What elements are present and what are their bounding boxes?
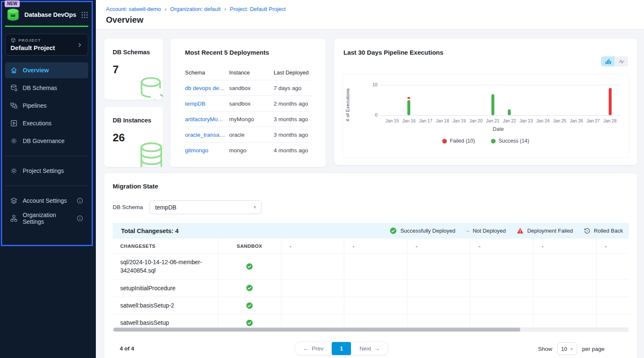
database-stack-icon: [135, 142, 163, 167]
db-schema-select[interactable]: tempDB ▾: [150, 200, 261, 214]
info-icon[interactable]: [77, 215, 83, 222]
brand-underline: [5, 26, 88, 27]
changeset-row[interactable]: setupInitialProcedure: [113, 280, 629, 297]
page-size-value: 10: [561, 346, 567, 352]
project-label: PROJECT: [18, 38, 41, 42]
next-page-button[interactable]: Next →: [351, 342, 388, 355]
sidebar-item-account-settings[interactable]: Account Settings: [5, 193, 88, 209]
instance-cell: sandbox: [229, 101, 274, 107]
deployment-row: oracle_transact...oracle3 months ago: [185, 127, 311, 143]
sidebar-item-pipelines[interactable]: Pipelines: [5, 98, 88, 114]
empty-status-cell: [407, 280, 470, 297]
migration-state-title: Migration State: [113, 183, 158, 190]
horizontal-scrollbar[interactable]: [113, 327, 629, 332]
breadcrumb: Account: satwell-demo›Organization: defa…: [106, 6, 286, 12]
prev-page-button[interactable]: ← Prev: [295, 342, 332, 355]
empty-status-cell: [281, 280, 344, 297]
empty-status-cell: [470, 254, 533, 279]
chart-legend-item[interactable]: Failed (10): [442, 138, 475, 144]
schema-link[interactable]: oracle_transact...: [185, 132, 229, 138]
info-icon[interactable]: [77, 197, 83, 204]
empty-status-cell: [470, 280, 533, 297]
status-legend: Successfully Deployed–Not DeployedDeploy…: [390, 227, 623, 234]
home-icon: [10, 66, 18, 74]
last-deployed-cell: 3 months ago: [274, 132, 311, 138]
db-instances-title: DB Instances: [113, 117, 151, 124]
deployment-row: artifactoryMongomyMongo3 months ago: [185, 111, 311, 127]
deployments-column-header: Instance: [229, 69, 274, 76]
deployments-column-header: Last Deployed: [274, 69, 311, 76]
status-legend-item-rolled-back: Rolled Back: [584, 228, 623, 234]
sidebar-item-organization-settings[interactable]: Organization Settings: [5, 210, 88, 226]
changeset-row[interactable]: sql/2024-10-14-12-06-member-34240854.sql: [113, 254, 629, 280]
changesets-summary-band: Total Changesets: 4 Successfully Deploye…: [113, 223, 629, 239]
deployment-row: tempDBsandbox2 months ago: [185, 96, 311, 111]
sidebar-item-db-schemas[interactable]: DB Schemas: [5, 80, 88, 96]
sandbox-status-cell: [218, 280, 281, 297]
chart-legend-item[interactable]: Success (14): [491, 138, 529, 144]
sidebar-item-label: Organization Settings: [23, 212, 71, 225]
success-status-icon: [246, 263, 253, 270]
success-bar[interactable]: [407, 100, 410, 115]
page-size-control: Show 10 ▾ per page: [538, 342, 604, 355]
breadcrumb-separator: ›: [165, 6, 166, 12]
bar-chart-toggle-icon[interactable]: [601, 56, 615, 66]
sidebar-item-db-governance[interactable]: DB Governance: [5, 133, 88, 149]
scrollbar-thumb[interactable]: [113, 328, 520, 331]
sidebar-item-executions[interactable]: Executions: [5, 115, 88, 131]
failed-bar[interactable]: [407, 97, 410, 99]
main-header: Account: satwell-demo›Organization: defa…: [96, 0, 644, 29]
app-grid-icon[interactable]: [81, 11, 88, 19]
schema-link[interactable]: gitmongo: [185, 147, 229, 154]
empty-status-cell: [281, 254, 344, 279]
brand-row: ∞ Database DevOps: [6, 7, 88, 23]
gear-icon: [10, 167, 18, 175]
sidebar-item-overview[interactable]: Overview: [5, 62, 88, 78]
db-schema-filter: DB Schema tempDB ▾: [113, 200, 261, 214]
changesets-column-header: -: [533, 239, 596, 253]
changeset-name-cell: satwell:basisSetup-2: [113, 297, 218, 314]
total-changesets-label: Total Changesets: 4: [121, 228, 179, 234]
changeset-name-cell: setupInitialProcedure: [113, 280, 218, 297]
success-status-icon: [390, 227, 397, 234]
db-schemas-title: DB Schemas: [113, 49, 150, 56]
sidebar-item-project-settings[interactable]: Project Settings: [5, 163, 88, 179]
sandbox-status-cell: [218, 254, 281, 279]
db-icon: [10, 84, 18, 92]
breadcrumb-link[interactable]: Account: satwell-demo: [106, 6, 161, 12]
success-bar[interactable]: [491, 94, 494, 115]
empty-status-cell: [470, 297, 533, 314]
success-status-icon: [246, 319, 253, 326]
schema-link[interactable]: artifactoryMongo: [185, 116, 229, 122]
empty-status-cell: [344, 254, 407, 279]
chart-plot: # of Executions Date Failed (10)Success …: [343, 74, 629, 158]
breadcrumb-link[interactable]: Organization: default: [170, 6, 221, 12]
sidebar-divider: [5, 156, 88, 156]
empty-status-cell: [533, 280, 596, 297]
success-bar[interactable]: [508, 109, 511, 115]
changesets-column-header: -: [344, 239, 407, 253]
deployments-table: SchemaInstanceLast Deployeddb devops dem…: [185, 65, 311, 158]
changeset-name-cell: sql/2024-10-14-12-06-member-34240854.sql: [113, 254, 218, 279]
chart-legend: Failed (10)Success (14): [343, 138, 628, 144]
breadcrumb-link[interactable]: Project: Default Project: [230, 6, 286, 12]
changeset-row[interactable]: satwell:basisSetup-2: [113, 297, 629, 314]
schema-link[interactable]: tempDB: [185, 101, 229, 107]
failed-bar[interactable]: [609, 88, 612, 115]
page-number-button[interactable]: 1: [332, 342, 351, 355]
pipelines-icon: [10, 102, 18, 109]
instance-cell: mongo: [229, 147, 274, 154]
failed-status-icon: [517, 227, 524, 234]
empty-status-cell: [533, 254, 596, 279]
changesets-column-header: -: [281, 239, 344, 253]
project-selector[interactable]: PROJECT Default Project: [5, 34, 88, 56]
changesets-table-viewport: CHANGESETSSANDBOX------sql/2024-10-14-12…: [113, 239, 629, 331]
sandbox-status-cell: [218, 297, 281, 314]
instance-cell: oracle: [229, 132, 274, 138]
success-status-icon: [246, 302, 253, 309]
last-deployed-cell: 4 months ago: [274, 147, 311, 154]
line-chart-toggle-icon[interactable]: [615, 56, 628, 66]
empty-status-cell: [407, 254, 470, 279]
page-size-select[interactable]: 10 ▾: [557, 342, 577, 355]
schema-link[interactable]: db devops demo: [185, 85, 229, 91]
